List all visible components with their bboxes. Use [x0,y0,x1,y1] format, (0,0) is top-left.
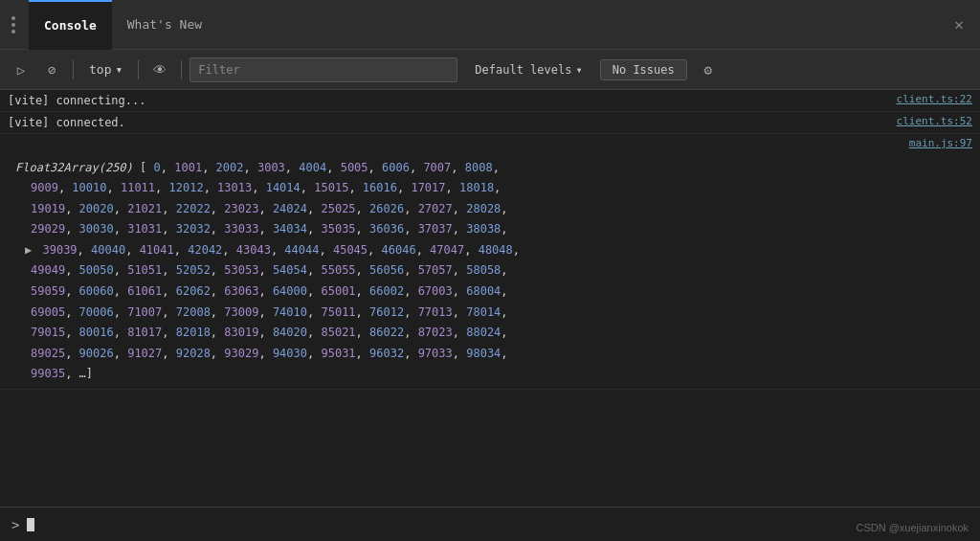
expand-arrow[interactable]: ▶ [25,240,32,261]
log-source-1[interactable]: client.ts:22 [878,92,972,108]
log-source-2[interactable]: client.ts:52 [878,114,972,130]
clear-console-button[interactable]: ⊘ [38,56,65,83]
issues-button[interactable]: No Issues [600,59,687,80]
command-line[interactable]: > [0,507,980,541]
console-output: [vite] connecting... client.ts:22 [vite]… [0,90,980,507]
tab-bar: Console What's New ✕ [0,0,980,50]
array-row-8: 69005, 70006, 71007, 72008, 73009, 74010… [15,305,508,319]
settings-button[interactable]: ⚙ [695,56,722,83]
log-text-1: [vite] connecting... [8,92,878,109]
array-num-4004: 4004 [299,161,326,174]
log-levels-label: Default levels [475,63,571,77]
array-row-4: 29029, 30030, 31031, 32032, 33033, 34034… [15,222,508,236]
log-text-2: [vite] connected. [8,114,878,131]
array-row-10: 89025, 90026, 91027, 92028, 93029, 94030… [15,347,508,360]
array-num-3003: 3003 [257,161,285,174]
tab-console[interactable]: Console [29,0,112,50]
cmd-prompt-icon: > [11,517,19,532]
toolbar-divider-3 [181,60,182,79]
array-num-6006: 6006 [382,161,410,174]
console-toolbar: ▷ ⊘ top ▾ 👁 Default levels ▾ No Issues ⚙ [0,50,980,90]
log-levels-dropdown-icon: ▾ [575,63,582,77]
tab-whats-new-label: What's New [127,17,202,32]
array-source-line: main.js:97 [0,134,980,154]
array-row-3: 19019, 20020, 21021, 22022, 23023, 24024… [15,202,508,215]
context-selector[interactable]: top ▾ [81,60,130,79]
drag-handle[interactable] [8,12,19,37]
context-dropdown-icon: ▾ [115,62,122,77]
filter-input[interactable] [189,57,457,82]
close-devtools-button[interactable]: ✕ [946,11,972,38]
tab-console-label: Console [44,18,97,33]
array-row-7: 59059, 60060, 61061, 62062, 63063, 64000… [15,284,508,298]
array-row-11: 99035, …] [15,367,93,380]
array-row-6: 49049, 50050, 51051, 52052, 53053, 54054… [15,263,508,277]
toolbar-divider-1 [73,60,74,79]
array-num-5005: 5005 [341,161,368,174]
hide-network-button[interactable]: 👁 [146,56,173,83]
array-source[interactable]: main.js:97 [890,136,972,152]
cmd-cursor [27,518,34,531]
array-num-2002: 2002 [216,161,244,174]
array-row-5-arrow: ▶ 39039, 40040, 41041, 42042, 43043, 440… [15,243,520,257]
array-num-8008: 8008 [465,161,493,174]
issues-label: No Issues [612,63,675,77]
execute-context-button[interactable]: ▷ [8,56,34,83]
array-num-1001: 1001 [174,161,202,174]
log-line-2: [vite] connected. client.ts:52 [0,112,980,134]
array-content: Float32Array(250) [ 0, 1001, 2002, 3003,… [8,158,972,386]
array-num-7007: 7007 [423,161,451,174]
array-row-2: 9009, 10010, 11011, 12012, 13013, 14014,… [15,181,501,194]
tab-whats-new[interactable]: What's New [112,0,217,50]
log-levels-button[interactable]: Default levels ▾ [465,60,591,79]
array-header-label: Float32Array(250) [15,161,133,174]
toolbar-divider-2 [138,60,139,79]
log-line-1: [vite] connecting... client.ts:22 [0,90,980,112]
array-block: Float32Array(250) [ 0, 1001, 2002, 3003,… [0,154,980,391]
array-bracket-open: [ [140,161,146,174]
array-row-9: 79015, 80016, 81017, 82018, 83019, 84020… [15,326,508,339]
array-header: Float32Array(250) [15,161,140,174]
context-label: top [89,62,111,77]
watermark: CSDN @xuejianxinokok [856,522,969,533]
array-num-0: 0 [154,161,161,174]
